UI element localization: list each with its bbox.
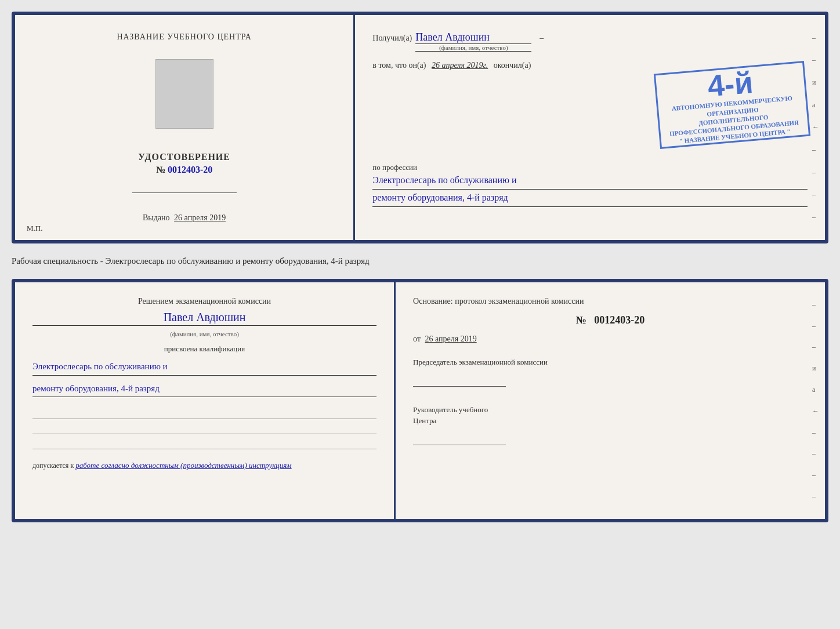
sig-line-1 [32, 406, 376, 419]
head-title-line1: Руководитель учебного [413, 404, 808, 416]
top-left-panel: НАЗВАНИЕ УЧЕБНОГО ЦЕНТРА УДОСТОВЕРЕНИЕ №… [15, 15, 355, 240]
osnov-title: Основание: протокол экзаменационной коми… [413, 297, 808, 306]
vtom-prefix: в том, что он(а) [372, 61, 426, 70]
stamp-overlay: 4-й АВТОНОМНУЮ НЕКОММЕРЧЕСКУЮ ОРГАНИЗАЦИ… [654, 61, 810, 149]
sig-line-2 [32, 421, 376, 434]
profession-value-line2: ремонту оборудования, 4-й разряд [372, 190, 808, 207]
osnov-number: № 0012403-20 [413, 314, 808, 326]
top-right-panel: Получил(а) Павел Авдюшин (фамилия, имя, … [355, 15, 825, 240]
top-document: НАЗВАНИЕ УЧЕБНОГО ЦЕНТРА УДОСТОВЕРЕНИЕ №… [12, 12, 828, 243]
qualification-line2: ремонту оборудования, 4-й разряд [32, 380, 376, 398]
decision-title: Решением экзаменационной комиссии [32, 297, 376, 306]
signature-lines [32, 406, 376, 452]
chairman-block: Председатель экзаменационной комиссии [413, 357, 808, 387]
cert-number: № 0012403-20 [156, 165, 212, 175]
issued-label: Выдано [143, 213, 170, 222]
mp-label: М.П. [27, 224, 42, 233]
date-prefix: от [413, 335, 421, 343]
page-wrapper: НАЗВАНИЕ УЧЕБНОГО ЦЕНТРА УДОСТОВЕРЕНИЕ №… [12, 12, 828, 522]
profession-label: по профессии [372, 163, 808, 172]
profession-value-line1: Электрослесарь по обслуживанию и [372, 172, 808, 190]
bottom-right-panel: Основание: протокол экзаменационной коми… [396, 282, 825, 519]
right-dashes-bottom: – – – и а ← – – – – [812, 282, 819, 519]
profession-block: по профессии Электрослесарь по обслужива… [372, 158, 808, 207]
person-label: (фамилия, имя, отчество) [32, 330, 376, 337]
number-prefix: № [576, 314, 586, 326]
dopusk-value: работе согласно должностным (производств… [75, 461, 291, 470]
recipient-prefix: Получил(а) [372, 34, 412, 43]
sig-line-3 [32, 437, 376, 449]
head-block: Руководитель учебного Центра [413, 404, 808, 445]
head-title-line2: Центра [413, 415, 808, 427]
bottom-document: Решением экзаменационной комиссии Павел … [12, 279, 828, 522]
stamp-grade: 4-й [707, 67, 754, 101]
assigned-text: присвоена квалификация [32, 344, 376, 354]
chairman-title: Председатель экзаменационной комиссии [413, 357, 808, 368]
recipient-name: Павел Авдюшин [415, 31, 490, 43]
photo-placeholder [155, 59, 213, 129]
decision-name: Павел Авдюшин [32, 311, 376, 326]
date-value: 26 апреля 2019 [425, 335, 477, 343]
osnov-date: от 26 апреля 2019 [413, 335, 808, 344]
bottom-left-panel: Решением экзаменационной комиссии Павел … [15, 282, 396, 519]
cert-heading: УДОСТОВЕРЕНИЕ [138, 152, 230, 162]
recipient-line: Получил(а) Павел Авдюшин (фамилия, имя, … [372, 31, 808, 52]
dopusk-text: допускается к работе согласно должностны… [32, 461, 376, 470]
training-center-title: НАЗВАНИЕ УЧЕБНОГО ЦЕНТРА [117, 32, 251, 42]
subtitle: Рабочая специальность - Электрослесарь п… [12, 254, 828, 268]
okonchil: окончил(а) [494, 61, 531, 70]
recipient-field-label: (фамилия, имя, отчество) [415, 44, 531, 51]
issued-date: 26 апреля 2019 [174, 213, 226, 222]
cert-number-prefix: № [156, 165, 165, 174]
qualification-line1: Электрослесарь по обслуживанию и [32, 358, 376, 376]
right-dashes-top: – – и а ← – – – – [812, 15, 819, 240]
cert-number-value: 0012403-20 [168, 165, 212, 174]
vtom-date: 26 апреля 2019г. [432, 61, 488, 70]
head-sig-line [413, 434, 506, 445]
number-value: 0012403-20 [594, 314, 645, 326]
chairman-sig-line [413, 375, 506, 387]
dopusk-prefix: допускается к [32, 461, 74, 470]
recipient-name-field: Павел Авдюшин (фамилия, имя, отчество) [415, 31, 531, 52]
issued-line: Выдано 26 апреля 2019 [143, 213, 226, 223]
